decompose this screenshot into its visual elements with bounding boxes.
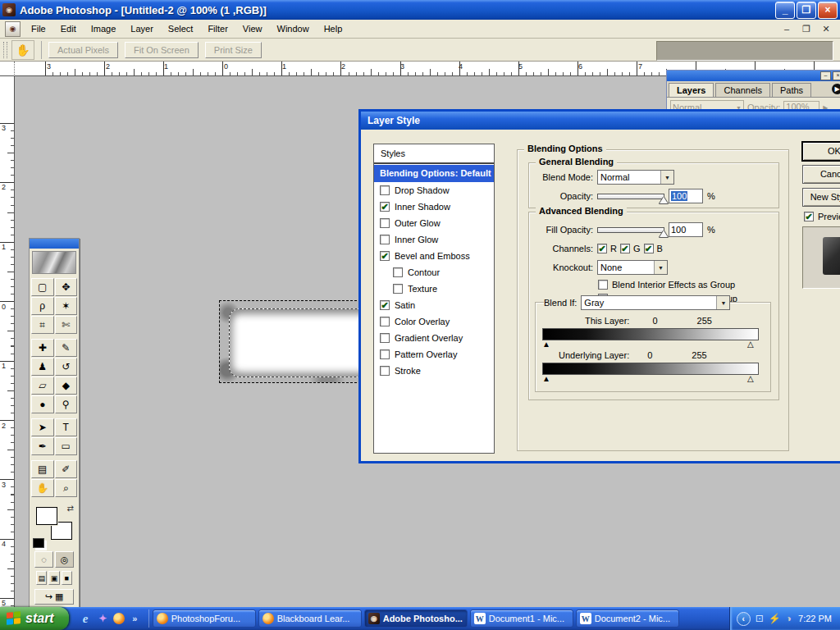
palette-titlebar[interactable]: – × [667, 71, 840, 81]
minimize-button[interactable]: _ [775, 2, 795, 19]
white-slider-marker[interactable]: △ [747, 375, 754, 383]
style-checkbox[interactable] [380, 366, 390, 376]
fill-opacity-value[interactable]: 100 [669, 222, 703, 237]
palette-menu-icon[interactable]: ▶ [832, 84, 840, 94]
dodge-tool[interactable]: ⚲ [55, 395, 78, 413]
style-checkbox[interactable] [380, 185, 390, 195]
path-selection-tool[interactable]: ➤ [31, 418, 54, 436]
photoshop-eye-logo[interactable] [32, 251, 76, 274]
menu-image[interactable]: Image [84, 21, 124, 36]
type-tool[interactable]: T [55, 418, 78, 436]
option-button-actual-pixels[interactable]: Actual Pixels [48, 42, 118, 58]
cancel-button[interactable]: Cancel [802, 165, 840, 184]
start-button[interactable]: start [0, 607, 69, 630]
hand-tool[interactable]: ✋ [31, 479, 54, 497]
fullscreen-button[interactable]: ■ [62, 571, 72, 585]
tab-paths[interactable]: Paths [772, 83, 811, 97]
option-button-fit-on-screen[interactable]: Fit On Screen [125, 42, 199, 58]
opacity-value-field[interactable]: 100 [669, 189, 703, 203]
style-item-pattern-overlay[interactable]: Pattern Overlay [374, 346, 494, 363]
standard-mode-button[interactable]: ◌ [34, 551, 53, 568]
notes-tool[interactable]: ▤ [31, 460, 54, 478]
palette-minimize-button[interactable]: – [820, 71, 831, 80]
style-checkbox[interactable] [393, 284, 403, 294]
style-item-contour[interactable]: Contour [374, 264, 494, 281]
style-checkbox[interactable] [380, 349, 390, 359]
network-icon[interactable]: ⊡ [756, 613, 764, 624]
volume-icon[interactable]: ◑ [786, 613, 792, 624]
new-style-button[interactable]: New Style... [802, 188, 840, 207]
style-item-texture[interactable]: Texture [374, 281, 494, 297]
foreground-color-swatch[interactable] [36, 507, 57, 525]
doc-close-button[interactable]: ✕ [819, 23, 833, 35]
zoom-tool[interactable]: ⌕ [55, 479, 78, 497]
move-tool[interactable]: ✥ [55, 278, 78, 296]
jump-to-imageready-button[interactable]: ↪ ▦ [34, 589, 74, 605]
toolbox-titlebar[interactable] [30, 239, 79, 249]
menu-layer[interactable]: Layer [123, 21, 161, 36]
eyedropper-tool[interactable]: ✐ [55, 460, 78, 478]
brush-tool[interactable]: ✎ [55, 339, 78, 357]
channel-g-checkbox[interactable]: ✔ [620, 244, 630, 253]
style-checkbox[interactable] [380, 218, 390, 228]
style-item-outer-glow[interactable]: Outer Glow [374, 215, 494, 231]
slider-thumb-icon[interactable] [660, 231, 668, 237]
default-colors-icon[interactable] [33, 538, 44, 548]
preview-checkbox[interactable]: ✔ [804, 212, 814, 221]
tab-layers[interactable]: Layers [669, 83, 714, 97]
overflow-chevron[interactable]: » [128, 612, 142, 626]
hide-icons-chevron[interactable]: ‹ [737, 612, 751, 626]
menu-help[interactable]: Help [317, 21, 350, 36]
style-item-drop-shadow[interactable]: Drop Shadow [374, 182, 494, 199]
fill-opacity-slider[interactable] [597, 227, 664, 233]
style-checkbox[interactable]: ✔ [380, 300, 390, 310]
style-item-satin[interactable]: ✔Satin [374, 297, 494, 313]
task-button-document2-mic-[interactable]: WDocument2 - Mic... [576, 609, 679, 628]
task-button-blackboard-lear-[interactable]: Blackboard Lear... [258, 609, 362, 628]
paint-bucket-tool[interactable]: ◆ [55, 377, 78, 395]
blur-tool[interactable]: ● [31, 395, 54, 413]
style-item-inner-shadow[interactable]: ✔Inner Shadow [374, 199, 494, 215]
doc-restore-button[interactable]: ❐ [799, 23, 814, 35]
style-item-color-overlay[interactable]: Color Overlay [374, 313, 494, 330]
ruler-origin-box[interactable] [0, 62, 15, 76]
channel-r-checkbox[interactable]: ✔ [597, 244, 607, 253]
style-checkbox[interactable]: ✔ [380, 251, 390, 261]
task-button-adobe-photosho-[interactable]: ◉Adobe Photosho... [364, 609, 468, 628]
menu-view[interactable]: View [235, 21, 270, 36]
slider-thumb-icon[interactable] [660, 197, 668, 203]
eraser-tool[interactable]: ▱ [31, 377, 54, 395]
opacity-slider[interactable] [597, 194, 664, 199]
messenger-icon[interactable]: ✦ [96, 612, 110, 626]
aim-icon[interactable]: ⚡ [769, 613, 781, 624]
ok-button[interactable]: OK [802, 142, 840, 161]
option-button-print-size[interactable]: Print Size [205, 42, 262, 58]
this-layer-gradient-slider[interactable] [542, 328, 759, 340]
tab-channels[interactable]: Channels [715, 83, 769, 97]
firefox-icon[interactable] [113, 613, 125, 624]
knockout-select[interactable]: None ▼ [597, 260, 668, 275]
style-checkbox[interactable] [393, 267, 403, 277]
swap-colors-icon[interactable]: ⇄ [67, 504, 74, 513]
style-checkbox[interactable]: ✔ [380, 202, 390, 212]
pen-tool[interactable]: ✒ [31, 437, 54, 455]
underlying-layer-gradient-slider[interactable] [542, 363, 759, 375]
restore-button[interactable]: ❐ [797, 2, 816, 19]
task-button-document1-mic-[interactable]: WDocument1 - Mic... [470, 609, 573, 628]
lasso-tool[interactable]: ρ [31, 297, 54, 315]
black-slider-marker[interactable]: ▲ [542, 375, 550, 383]
history-brush-tool[interactable]: ↺ [55, 358, 78, 376]
dialog-titlebar[interactable]: Layer Style [361, 112, 840, 130]
doc-minimize-button[interactable]: – [779, 23, 794, 35]
healing-brush-tool[interactable]: ✚ [31, 339, 54, 357]
styles-header[interactable]: Styles [374, 144, 494, 164]
vertical-ruler[interactable]: 321012345 [0, 76, 15, 607]
styles-selected-item[interactable]: Blending Options: Default [374, 165, 494, 182]
clone-stamp-tool[interactable]: ♟ [31, 358, 54, 376]
style-item-bevel-and-emboss[interactable]: ✔Bevel and Emboss [374, 248, 494, 264]
blend-interior-checkbox[interactable] [598, 280, 608, 290]
menu-filter[interactable]: Filter [200, 21, 235, 36]
standard-screen-button[interactable]: ▤ [36, 571, 47, 585]
style-checkbox[interactable] [380, 317, 390, 326]
menu-file[interactable]: File [24, 21, 53, 36]
